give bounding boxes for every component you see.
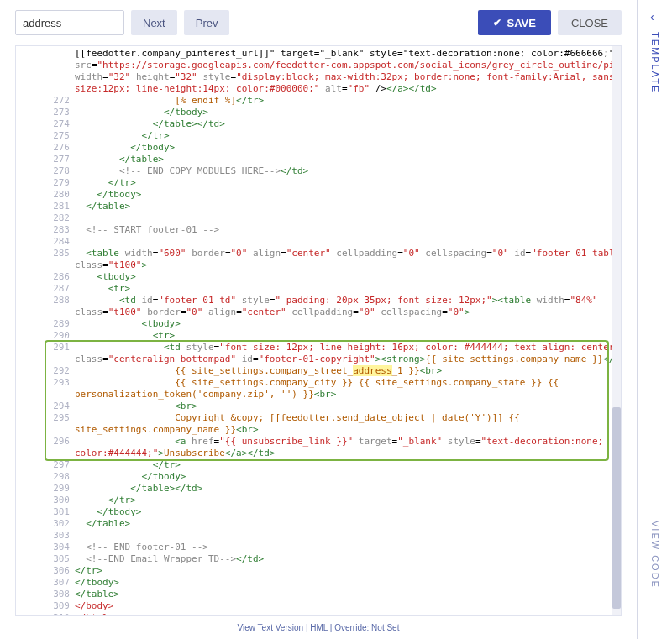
- code-line[interactable]: 279 </tr>: [46, 177, 621, 189]
- hml-link[interactable]: HML: [310, 623, 328, 632]
- chevron-left-icon[interactable]: ‹: [650, 10, 660, 24]
- template-tab[interactable]: TEMPLATE: [650, 32, 660, 93]
- prev-button[interactable]: Prev: [184, 10, 230, 35]
- view-code-tab[interactable]: VIEW CODE: [650, 521, 660, 589]
- code-line[interactable]: 294 <br>: [46, 401, 621, 412]
- toolbar: Next Prev ✔SAVE CLOSE: [0, 0, 637, 45]
- code-line[interactable]: class="t100">: [46, 259, 621, 271]
- code-line[interactable]: 291 <td style="font-size: 12px; line-hei…: [46, 342, 621, 354]
- code-line[interactable]: 283 <!-- START footer-01 -->: [46, 224, 621, 236]
- code-line[interactable]: 284: [46, 236, 621, 248]
- code-line[interactable]: 282: [46, 212, 621, 224]
- check-icon: ✔: [493, 17, 501, 29]
- code-line[interactable]: 290 <tr>: [46, 330, 621, 342]
- code-line[interactable]: personalization_token('company.zip', '')…: [46, 389, 621, 401]
- code-line[interactable]: class="t100" border="0" align="center" c…: [46, 306, 621, 318]
- code-line[interactable]: 305 <!--END Email Wrapper TD--></td>: [46, 553, 621, 565]
- code-line[interactable]: 302 </table>: [46, 518, 621, 530]
- code-line[interactable]: 288 <td id="footer-01-td" style=" paddin…: [46, 295, 621, 306]
- code-line[interactable]: site_settings.company_name }}<br>: [46, 424, 621, 436]
- code-line[interactable]: 308</table>: [46, 589, 621, 600]
- code-line[interactable]: 275 </tr>: [46, 130, 621, 142]
- code-line[interactable]: 278 <!-- END COPY MODULES HERE--></td>: [46, 165, 621, 177]
- close-button[interactable]: CLOSE: [558, 10, 622, 35]
- code-line[interactable]: 287 <tr>: [46, 283, 621, 295]
- code-line[interactable]: [[feedotter.company_pinterest_url]]" tar…: [46, 48, 621, 60]
- code-line[interactable]: 301 </tbody>: [46, 506, 621, 518]
- code-line[interactable]: 277 </table>: [46, 154, 621, 165]
- scrollbar-thumb[interactable]: [612, 407, 621, 609]
- code-line[interactable]: src="https://storage.googleapis.com/feed…: [46, 60, 621, 71]
- code-line[interactable]: 289 <tbody>: [46, 318, 621, 330]
- code-line[interactable]: 306</tr>: [46, 565, 621, 577]
- code-editor[interactable]: [[feedotter.company_pinterest_url]]" tar…: [15, 45, 622, 616]
- code-line[interactable]: color:#444444;">Unsubscribe</a></td>: [46, 448, 621, 459]
- code-line[interactable]: 281 </table>: [46, 201, 621, 212]
- code-line[interactable]: size:12px; line-height:14px; color:#0000…: [46, 83, 621, 95]
- code-line[interactable]: 309</body>: [46, 600, 621, 612]
- code-line[interactable]: 276 </tbody>: [46, 142, 621, 154]
- editor-pane: Next Prev ✔SAVE CLOSE [[feedotter.compan…: [0, 0, 638, 639]
- code-line[interactable]: 296 <a href="{{ unsubscribe_link }}" tar…: [46, 436, 621, 448]
- code-line[interactable]: 307</tbody>: [46, 577, 621, 589]
- code-line[interactable]: 292 {{ site_settings.company_street_addr…: [46, 365, 621, 377]
- vertical-scrollbar[interactable]: [612, 46, 621, 615]
- code-line[interactable]: 280 </tbody>: [46, 189, 621, 201]
- save-button[interactable]: ✔SAVE: [478, 10, 550, 35]
- override-link[interactable]: Override: Not Set: [334, 623, 399, 632]
- code-line[interactable]: 293 {{ site_settings.company_city }} {{ …: [46, 377, 621, 389]
- search-input[interactable]: [15, 10, 124, 35]
- next-button[interactable]: Next: [131, 10, 177, 35]
- code-line[interactable]: 285 <table width="600" border="0" align=…: [46, 248, 621, 259]
- footer-links: View Text Version | HML | Override: Not …: [0, 616, 637, 639]
- code-line[interactable]: 286 <tbody>: [46, 271, 621, 283]
- code-line[interactable]: 300 </tr>: [46, 495, 621, 506]
- code-line[interactable]: 272 [% endif %]</tr>: [46, 95, 621, 107]
- code-line[interactable]: 310</html>: [46, 612, 621, 615]
- code-line[interactable]: 299 </table></td>: [46, 483, 621, 495]
- code-line[interactable]: 297 </tr>: [46, 459, 621, 471]
- code-line[interactable]: 295 Copyright &copy; [[feedotter.send_da…: [46, 412, 621, 424]
- code-line[interactable]: width="32" height="32" style="display:bl…: [46, 71, 621, 83]
- side-rail: ‹ TEMPLATE VIEW CODE: [638, 0, 672, 639]
- code-line[interactable]: 303: [46, 530, 621, 542]
- code-line[interactable]: 274 </table></td>: [46, 118, 621, 130]
- code-line[interactable]: 298 </tbody>: [46, 471, 621, 483]
- view-text-version-link[interactable]: View Text Version: [238, 623, 304, 632]
- code-line[interactable]: class="centeralign bottompad" id="footer…: [46, 354, 621, 365]
- code-line[interactable]: 304 <!-- END footer-01 -->: [46, 542, 621, 553]
- code-line[interactable]: 273 </tbody>: [46, 107, 621, 118]
